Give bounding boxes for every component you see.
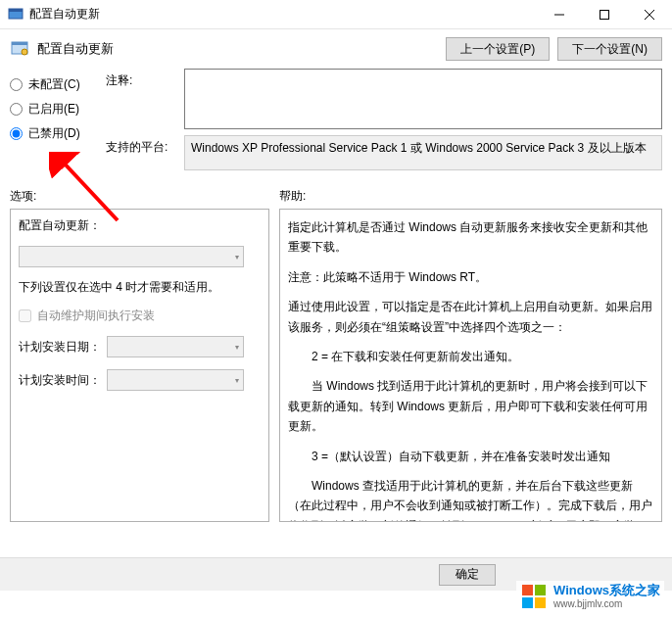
options-note: 下列设置仅在选中 4 时才需要和适用。 [19,279,261,296]
options-combo-main: ▾ [19,246,261,267]
toolbar-title: 配置自动更新 [37,40,438,58]
radio-not-configured-label: 未配置(C) [28,76,80,93]
svg-rect-7 [12,42,27,45]
comment-input[interactable] [184,69,662,129]
radio-disabled-input[interactable] [10,127,23,140]
sched-time-label: 计划安装时间： [19,372,101,389]
chevron-down-icon: ▾ [235,376,239,385]
policy-icon [10,39,29,59]
update-mode-combo[interactable]: ▾ [19,246,244,267]
watermark-cn: 系统之家 [609,583,660,597]
sched-time-row: 计划安装时间： ▾ [19,369,261,391]
watermark-url: www.bjjmlv.com [553,598,660,610]
options-panel: 配置自动更新： ▾ 下列设置仅在选中 4 时才需要和适用。 自动维护期间执行安装… [10,209,269,522]
sched-date-combo[interactable]: ▾ [107,336,244,357]
radio-enabled-label: 已启用(E) [28,101,79,118]
platform-label: 支持的平台: [106,135,176,156]
section-labels: 选项: 帮助: [0,176,672,209]
svg-rect-10 [522,585,533,595]
svg-rect-11 [535,585,546,595]
help-p5: 当 Windows 找到适用于此计算机的更新时，用户将会接到可以下载更新的通知。… [288,376,653,436]
close-button[interactable] [627,0,672,29]
radio-disabled-label: 已禁用(D) [28,125,80,142]
comment-label: 注释: [106,69,176,89]
platform-row: 支持的平台: Windows XP Professional Service P… [106,135,662,170]
help-p6: 3 =（默认设置）自动下载更新，并在准备安装时发出通知 [288,447,653,466]
radio-group: 未配置(C) 已启用(E) 已禁用(D) [10,69,96,176]
ok-button[interactable]: 确定 [439,564,496,586]
radio-enabled-input[interactable] [10,103,23,116]
help-label: 帮助: [279,188,306,205]
title-bar: 配置自动更新 [0,0,672,29]
sched-date-label: 计划安装日期： [19,339,101,356]
minimize-button[interactable] [537,0,582,29]
help-p7: Windows 查找适用于此计算机的更新，并在后台下载这些更新（在此过程中，用户… [288,476,653,522]
options-heading: 配置自动更新： [19,217,261,234]
maintenance-checkbox-row: 自动维护期间执行安装 [19,308,261,324]
svg-point-8 [22,49,27,55]
maximize-button[interactable] [582,0,627,29]
app-icon [8,7,24,23]
svg-rect-13 [535,597,546,608]
radio-enabled[interactable]: 已启用(E) [10,101,96,118]
window-controls [537,0,672,29]
sched-time-combo[interactable]: ▾ [107,369,244,391]
panels: 配置自动更新： ▾ 下列设置仅在选中 4 时才需要和适用。 自动维护期间执行安装… [0,209,672,522]
windows-logo-icon [520,583,548,610]
right-column: 注释: 支持的平台: Windows XP Professional Servi… [106,69,662,176]
svg-rect-3 [600,10,609,19]
watermark: Windows系统之家 www.bjjmlv.com [516,581,664,612]
help-p2: 注意：此策略不适用于 Windows RT。 [288,267,653,287]
chevron-down-icon: ▾ [235,343,239,352]
help-p4: 2 = 在下载和安装任何更新前发出通知。 [288,347,653,366]
maintenance-checkbox-label: 自动维护期间执行安装 [37,308,155,324]
options-label: 选项: [10,188,279,205]
watermark-brand: Windows [553,583,609,597]
maintenance-checkbox[interactable] [19,309,31,322]
chevron-down-icon: ▾ [235,253,239,261]
close-icon [645,10,654,20]
sched-date-row: 计划安装日期： ▾ [19,336,261,357]
watermark-text: Windows系统之家 www.bjjmlv.com [553,583,660,610]
platform-value: Windows XP Professional Service Pack 1 或… [184,135,662,170]
maximize-icon [600,10,609,20]
toolbar: 配置自动更新 上一个设置(P) 下一个设置(N) [0,29,672,69]
comment-row: 注释: [106,69,662,129]
help-p1: 指定此计算机是否通过 Windows 自动更新服务来接收安全更新和其他重要下载。 [288,217,653,258]
radio-not-configured[interactable]: 未配置(C) [10,76,96,93]
prev-setting-button[interactable]: 上一个设置(P) [446,37,550,61]
minimize-icon [554,10,564,20]
radio-disabled[interactable]: 已禁用(D) [10,125,96,142]
help-p3: 通过使用此设置，可以指定是否在此计算机上启用自动更新。如果启用该服务，则必须在“… [288,297,653,337]
svg-rect-1 [9,9,23,12]
main-area: 未配置(C) 已启用(E) 已禁用(D) 注释: 支持的平台: Windows … [0,69,672,176]
radio-not-configured-input[interactable] [10,78,23,91]
svg-rect-12 [522,597,533,608]
window-title: 配置自动更新 [29,6,537,23]
next-setting-button[interactable]: 下一个设置(N) [557,37,662,61]
help-panel[interactable]: 指定此计算机是否通过 Windows 自动更新服务来接收安全更新和其他重要下载。… [279,209,662,522]
